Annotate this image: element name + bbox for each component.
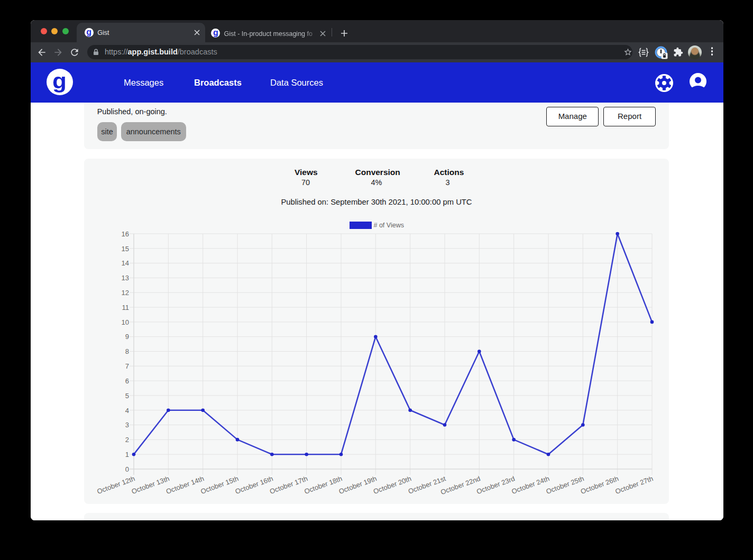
- svg-text:5: 5: [125, 392, 129, 400]
- svg-text:16: 16: [122, 231, 129, 238]
- svg-text:October 14th: October 14th: [165, 474, 205, 495]
- svg-text:9: 9: [125, 333, 129, 341]
- svg-text:1: 1: [125, 451, 129, 458]
- svg-text:15: 15: [122, 245, 129, 253]
- svg-text:October 12th: October 12th: [96, 474, 136, 495]
- svg-text:8: 8: [125, 347, 129, 355]
- svg-text:3: 3: [125, 421, 129, 429]
- svg-text:13: 13: [122, 274, 129, 282]
- svg-text:12: 12: [122, 289, 129, 297]
- svg-text:October 16th: October 16th: [234, 474, 274, 495]
- svg-text:4: 4: [125, 407, 129, 415]
- svg-text:October 27th: October 27th: [614, 474, 654, 495]
- svg-text:2: 2: [125, 436, 129, 444]
- svg-text:October 22nd: October 22nd: [439, 474, 481, 496]
- svg-text:October 17th: October 17th: [269, 474, 309, 495]
- svg-text:October 19th: October 19th: [338, 474, 378, 495]
- svg-text:October 15th: October 15th: [199, 474, 240, 495]
- svg-text:October 18th: October 18th: [303, 474, 343, 495]
- svg-text:October 25th: October 25th: [545, 474, 585, 495]
- svg-text:7: 7: [125, 362, 129, 370]
- svg-text:10: 10: [122, 318, 129, 326]
- svg-text:October 24th: October 24th: [510, 474, 550, 495]
- svg-text:6: 6: [125, 377, 129, 385]
- svg-text:11: 11: [122, 304, 130, 311]
- svg-text:October 26th: October 26th: [580, 474, 620, 495]
- svg-text:0: 0: [125, 465, 129, 473]
- svg-text:October 23rd: October 23rd: [475, 474, 516, 495]
- svg-text:October 20th: October 20th: [372, 474, 412, 495]
- svg-text:14: 14: [122, 259, 129, 267]
- svg-text:October 13th: October 13th: [131, 474, 171, 495]
